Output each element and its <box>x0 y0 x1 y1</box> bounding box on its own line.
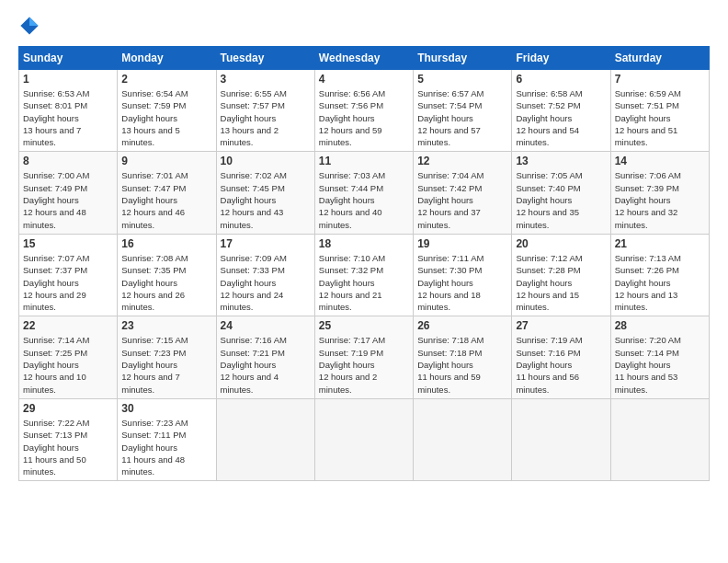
day-info: Sunrise: 7:19 AMSunset: 7:16 PMDaylight … <box>516 334 606 395</box>
day-number: 2 <box>121 73 211 86</box>
calendar-table: SundayMondayTuesdayWednesdayThursdayFrid… <box>18 46 710 481</box>
table-row: 9Sunrise: 7:01 AMSunset: 7:47 PMDaylight… <box>118 152 216 234</box>
table-row: 19Sunrise: 7:11 AMSunset: 7:30 PMDayligh… <box>414 234 512 316</box>
table-row: 29Sunrise: 7:22 AMSunset: 7:13 PMDayligh… <box>19 398 118 480</box>
day-number: 25 <box>319 319 409 332</box>
day-number: 12 <box>417 155 507 167</box>
day-number: 22 <box>23 319 113 332</box>
table-row: 23Sunrise: 7:15 AMSunset: 7:23 PMDayligh… <box>118 316 216 398</box>
day-info: Sunrise: 7:01 AMSunset: 7:47 PMDaylight … <box>121 169 211 230</box>
day-info: Sunrise: 6:53 AMSunset: 8:01 PMDaylight … <box>23 87 113 148</box>
day-info: Sunrise: 7:03 AMSunset: 7:44 PMDaylight … <box>319 169 409 230</box>
day-number: 20 <box>516 237 606 250</box>
day-info: Sunrise: 7:05 AMSunset: 7:40 PMDaylight … <box>516 169 606 230</box>
day-info: Sunrise: 7:06 AMSunset: 7:39 PMDaylight … <box>615 169 705 230</box>
day-number: 11 <box>319 155 409 167</box>
weekday-header-thursday: Thursday <box>414 47 512 70</box>
table-row: 21Sunrise: 7:13 AMSunset: 7:26 PMDayligh… <box>610 234 709 316</box>
day-info: Sunrise: 6:55 AMSunset: 7:57 PMDaylight … <box>221 87 311 148</box>
table-row: 20Sunrise: 7:12 AMSunset: 7:28 PMDayligh… <box>512 234 610 316</box>
weekday-header-sunday: Sunday <box>19 47 118 70</box>
day-number: 19 <box>417 237 507 250</box>
table-row: 28Sunrise: 7:20 AMSunset: 7:14 PMDayligh… <box>610 316 709 398</box>
day-number: 5 <box>417 73 507 86</box>
weekday-header-wednesday: Wednesday <box>314 47 413 70</box>
day-number: 16 <box>121 237 211 250</box>
table-row: 10Sunrise: 7:02 AMSunset: 7:45 PMDayligh… <box>216 152 314 234</box>
day-info: Sunrise: 6:58 AMSunset: 7:52 PMDaylight … <box>516 87 606 148</box>
table-row: 14Sunrise: 7:06 AMSunset: 7:39 PMDayligh… <box>610 152 709 234</box>
day-number: 13 <box>516 155 606 167</box>
day-info: Sunrise: 7:13 AMSunset: 7:26 PMDaylight … <box>615 252 705 313</box>
day-number: 24 <box>221 319 311 332</box>
day-info: Sunrise: 7:04 AMSunset: 7:42 PMDaylight … <box>417 169 507 230</box>
day-number: 3 <box>221 73 311 86</box>
day-number: 7 <box>615 73 705 86</box>
table-row: 8Sunrise: 7:00 AMSunset: 7:49 PMDaylight… <box>19 152 118 234</box>
day-number: 6 <box>516 73 606 86</box>
table-row <box>414 398 512 480</box>
table-row: 12Sunrise: 7:04 AMSunset: 7:42 PMDayligh… <box>414 152 512 234</box>
day-info: Sunrise: 7:15 AMSunset: 7:23 PMDaylight … <box>121 334 211 395</box>
day-number: 23 <box>121 319 211 332</box>
day-info: Sunrise: 6:56 AMSunset: 7:56 PMDaylight … <box>319 87 409 148</box>
day-info: Sunrise: 7:12 AMSunset: 7:28 PMDaylight … <box>516 252 606 313</box>
table-row: 26Sunrise: 7:18 AMSunset: 7:18 PMDayligh… <box>414 316 512 398</box>
day-info: Sunrise: 6:59 AMSunset: 7:51 PMDaylight … <box>615 87 705 148</box>
table-row: 18Sunrise: 7:10 AMSunset: 7:32 PMDayligh… <box>314 234 413 316</box>
table-row: 15Sunrise: 7:07 AMSunset: 7:37 PMDayligh… <box>19 234 118 316</box>
day-info: Sunrise: 7:17 AMSunset: 7:19 PMDaylight … <box>319 334 409 395</box>
header <box>18 15 710 37</box>
table-row: 2Sunrise: 6:54 AMSunset: 7:59 PMDaylight… <box>118 70 216 152</box>
day-number: 10 <box>221 155 311 167</box>
day-number: 15 <box>23 237 113 250</box>
day-info: Sunrise: 7:20 AMSunset: 7:14 PMDaylight … <box>615 334 705 395</box>
day-info: Sunrise: 7:23 AMSunset: 7:11 PMDaylight … <box>121 417 211 477</box>
table-row: 25Sunrise: 7:17 AMSunset: 7:19 PMDayligh… <box>314 316 413 398</box>
table-row: 30Sunrise: 7:23 AMSunset: 7:11 PMDayligh… <box>118 398 216 480</box>
day-number: 21 <box>615 237 705 250</box>
day-number: 29 <box>23 402 113 415</box>
table-row: 11Sunrise: 7:03 AMSunset: 7:44 PMDayligh… <box>314 152 413 234</box>
day-number: 9 <box>121 155 211 167</box>
day-info: Sunrise: 7:11 AMSunset: 7:30 PMDaylight … <box>417 252 507 313</box>
day-info: Sunrise: 7:16 AMSunset: 7:21 PMDaylight … <box>221 334 311 395</box>
day-info: Sunrise: 7:02 AMSunset: 7:45 PMDaylight … <box>221 169 311 230</box>
day-number: 26 <box>417 319 507 332</box>
day-info: Sunrise: 6:54 AMSunset: 7:59 PMDaylight … <box>121 87 211 148</box>
day-number: 28 <box>615 319 705 332</box>
table-row: 4Sunrise: 6:56 AMSunset: 7:56 PMDaylight… <box>314 70 413 152</box>
table-row: 16Sunrise: 7:08 AMSunset: 7:35 PMDayligh… <box>118 234 216 316</box>
table-row <box>216 398 314 480</box>
day-number: 27 <box>516 319 606 332</box>
day-info: Sunrise: 7:22 AMSunset: 7:13 PMDaylight … <box>23 417 113 477</box>
table-row: 24Sunrise: 7:16 AMSunset: 7:21 PMDayligh… <box>216 316 314 398</box>
table-row: 22Sunrise: 7:14 AMSunset: 7:25 PMDayligh… <box>19 316 118 398</box>
table-row: 5Sunrise: 6:57 AMSunset: 7:54 PMDaylight… <box>414 70 512 152</box>
day-info: Sunrise: 7:08 AMSunset: 7:35 PMDaylight … <box>121 252 211 313</box>
weekday-header-saturday: Saturday <box>610 47 709 70</box>
table-row: 27Sunrise: 7:19 AMSunset: 7:16 PMDayligh… <box>512 316 610 398</box>
table-row <box>314 398 413 480</box>
table-row: 1Sunrise: 6:53 AMSunset: 8:01 PMDaylight… <box>19 70 118 152</box>
day-number: 1 <box>23 73 113 86</box>
logo <box>18 15 44 37</box>
calendar-page: SundayMondayTuesdayWednesdayThursdayFrid… <box>0 0 728 563</box>
day-number: 18 <box>319 237 409 250</box>
table-row: 13Sunrise: 7:05 AMSunset: 7:40 PMDayligh… <box>512 152 610 234</box>
day-info: Sunrise: 7:07 AMSunset: 7:37 PMDaylight … <box>23 252 113 313</box>
table-row: 7Sunrise: 6:59 AMSunset: 7:51 PMDaylight… <box>610 70 709 152</box>
table-row: 17Sunrise: 7:09 AMSunset: 7:33 PMDayligh… <box>216 234 314 316</box>
day-number: 30 <box>121 402 211 415</box>
day-info: Sunrise: 7:18 AMSunset: 7:18 PMDaylight … <box>417 334 507 395</box>
day-info: Sunrise: 6:57 AMSunset: 7:54 PMDaylight … <box>417 87 507 148</box>
logo-icon <box>18 15 40 37</box>
table-row <box>512 398 610 480</box>
weekday-header-tuesday: Tuesday <box>216 47 314 70</box>
day-info: Sunrise: 7:09 AMSunset: 7:33 PMDaylight … <box>221 252 311 313</box>
day-info: Sunrise: 7:10 AMSunset: 7:32 PMDaylight … <box>319 252 409 313</box>
day-info: Sunrise: 7:00 AMSunset: 7:49 PMDaylight … <box>23 169 113 230</box>
table-row: 3Sunrise: 6:55 AMSunset: 7:57 PMDaylight… <box>216 70 314 152</box>
table-row <box>610 398 709 480</box>
table-row: 6Sunrise: 6:58 AMSunset: 7:52 PMDaylight… <box>512 70 610 152</box>
